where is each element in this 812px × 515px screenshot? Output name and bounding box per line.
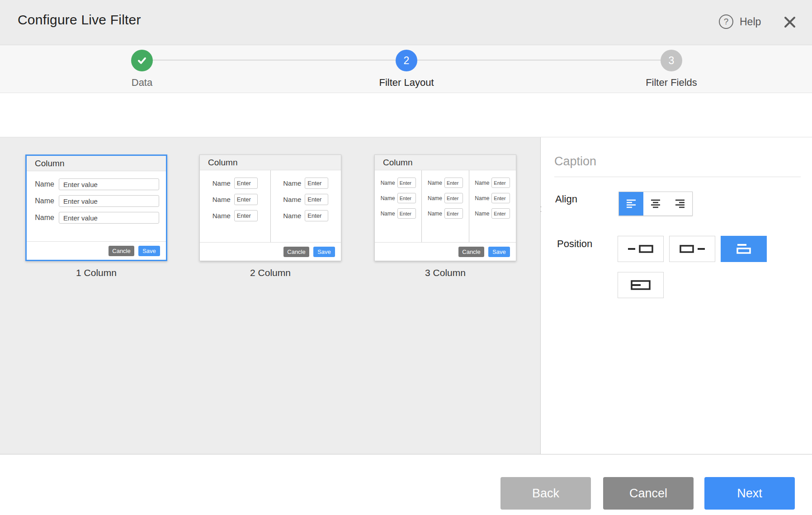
mini-field-label: Name	[283, 179, 301, 187]
mini-field-label: Name	[212, 196, 231, 203]
step-circle-filter-layout[interactable]: 2	[396, 50, 417, 71]
caption-right-icon	[678, 243, 706, 255]
mini-field-label: Name	[35, 197, 54, 205]
mini-input: Enter value	[59, 178, 159, 190]
mini-input: Enter	[234, 194, 258, 205]
position-caption-top-button[interactable]	[721, 236, 767, 262]
caption-section-title: Caption	[554, 154, 596, 169]
mini-field-label: Name	[475, 180, 489, 186]
mini-form-title: Column	[200, 155, 341, 170]
mini-field-label: Name	[428, 211, 442, 217]
mini-field-label: Name	[283, 212, 301, 220]
mini-field-label: Name	[428, 180, 442, 186]
mini-form-title: Column	[375, 155, 516, 170]
caption-left-icon	[627, 243, 655, 255]
step-circle-filter-fields[interactable]: 3	[661, 50, 682, 71]
step-label-data: Data	[83, 77, 201, 89]
caption-divider	[554, 177, 801, 177]
align-center-button[interactable]	[643, 192, 668, 215]
mini-input: Enter	[444, 208, 463, 219]
template-card-caption: 2 Column	[199, 267, 341, 278]
template-card-2-column[interactable]: Column NameEnter NameEnter NameEnter Nam…	[199, 154, 341, 261]
mini-cancel-button: Cancle	[458, 247, 484, 257]
mini-field-label: Name	[381, 211, 395, 217]
align-center-icon	[650, 199, 661, 209]
mini-input: Enter	[491, 178, 510, 188]
help-button[interactable]: ? Help	[719, 14, 761, 29]
mini-input: Enter	[305, 178, 328, 189]
mini-save-button: Save	[313, 247, 335, 257]
mini-save-button: Save	[138, 246, 160, 256]
template-card-caption: 3 Column	[374, 267, 516, 278]
caption-inside-icon	[630, 279, 651, 291]
stepper-connector	[417, 60, 661, 61]
step-label-filter-layout: Filter Layout	[348, 77, 465, 89]
template-card-1-column[interactable]: Column NameEnter value NameEnter value N…	[25, 154, 167, 261]
mini-input: Enter	[305, 194, 328, 205]
mini-form-title: Column	[27, 156, 166, 171]
step-circle-data[interactable]	[131, 50, 153, 71]
back-button[interactable]: Back	[500, 477, 591, 510]
next-button[interactable]: Next	[704, 477, 795, 510]
caption-panel	[541, 137, 812, 454]
caption-top-icon	[734, 243, 754, 255]
align-label: Align	[555, 193, 577, 205]
template-card-3-column[interactable]: Column NameEnter NameEnter NameEnter Nam…	[374, 154, 516, 261]
mini-input: Enter	[234, 210, 258, 221]
page-title: Configure Live Filter	[18, 12, 141, 28]
mini-input: Enter	[234, 178, 258, 189]
mini-field-label: Name	[475, 195, 489, 201]
help-icon: ?	[719, 14, 733, 29]
align-right-button[interactable]	[668, 192, 692, 215]
mini-field-label: Name	[212, 212, 231, 220]
mini-input: Enter	[397, 193, 416, 203]
mini-field-label: Name	[35, 214, 54, 222]
mini-cancel-button: Cancle	[283, 247, 309, 257]
dialog-header: Configure Live Filter ? Help	[0, 0, 812, 45]
align-left-button[interactable]	[619, 192, 643, 215]
position-caption-inside-button[interactable]	[618, 272, 664, 298]
mini-input: Enter value	[59, 195, 159, 207]
step-number: 2	[404, 55, 410, 67]
position-caption-right-button[interactable]	[669, 236, 715, 262]
mini-field-label: Name	[283, 196, 301, 203]
mini-cancel-button: Cancle	[109, 246, 134, 256]
step-number: 3	[669, 55, 675, 67]
template-card-caption: 1 Column	[25, 267, 167, 278]
mini-field-label: Name	[381, 195, 395, 201]
mini-input: Enter	[397, 208, 416, 219]
mini-input: Enter	[444, 193, 463, 203]
configure-live-filter-dialog: Configure Live Filter ? Help Data 2 Filt…	[0, 0, 812, 515]
mini-input: Enter	[397, 178, 416, 188]
mini-field-label: Name	[428, 195, 442, 201]
align-left-icon	[626, 199, 637, 209]
description-bar: Select a template and configure the cont…	[0, 93, 812, 137]
align-right-icon	[675, 199, 685, 209]
position-caption-left-button[interactable]	[618, 236, 664, 262]
mini-input: Enter	[491, 208, 510, 219]
mini-field-label: Name	[212, 179, 231, 187]
mini-input: Enter value	[59, 212, 159, 224]
mini-field-label: Name	[381, 180, 395, 186]
help-label: Help	[740, 16, 761, 28]
cancel-button[interactable]: Cancel	[603, 477, 694, 510]
mini-input: Enter	[444, 178, 463, 188]
mini-field-label: Name	[475, 211, 489, 217]
mini-input: Enter	[305, 210, 328, 221]
step-label-filter-fields: Filter Fields	[613, 77, 730, 89]
stepper-connector	[153, 60, 396, 61]
close-icon[interactable]	[782, 14, 798, 30]
mini-input: Enter	[491, 193, 510, 203]
align-button-group	[618, 192, 693, 216]
position-label: Position	[557, 238, 592, 250]
mini-save-button: Save	[488, 247, 510, 257]
mini-field-label: Name	[35, 180, 54, 188]
